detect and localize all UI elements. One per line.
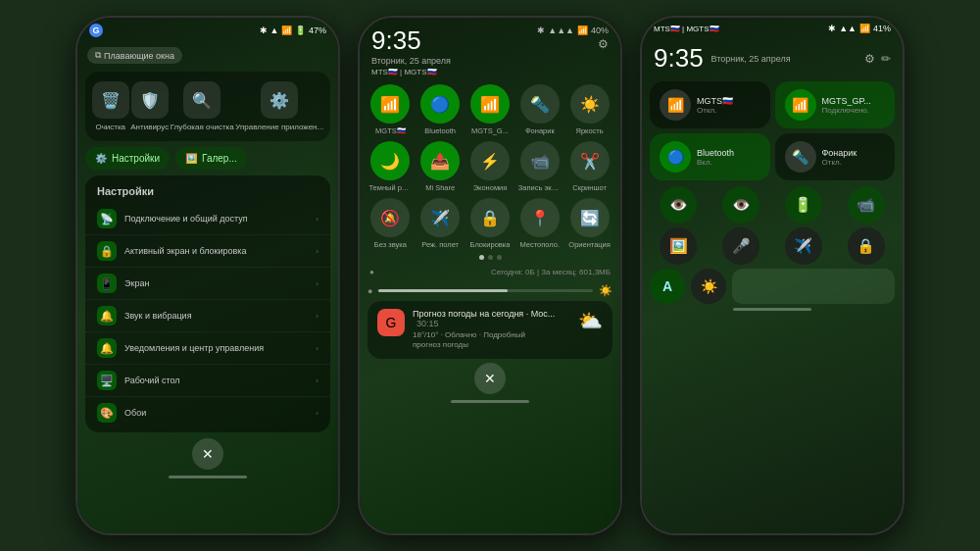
phone3-header-icons: ⚙ ✏ (864, 52, 891, 66)
home-indicator-p3 (733, 308, 811, 311)
mishare-circle: 📤 (420, 141, 460, 180)
quick-action-deep-clean[interactable]: 🔍 Глубокая очистка (171, 81, 234, 131)
round-btn-airplane[interactable]: ✈️ (775, 227, 833, 265)
settings-icon-p3[interactable]: ⚙ (864, 52, 875, 66)
tiles-grid: 📶 MGTS🇷🇺 Откл. 📶 MGTS_GP... Подключено. … (650, 81, 895, 180)
battery-icon: 🔋 47% (295, 25, 326, 35)
mgts-gp-tile-icon: 📶 (785, 89, 816, 121)
phone3-status-bar: MTS🇷🇺 | MGTS🇷🇺 ✱ ▲▲ 📶 41% (642, 18, 903, 35)
settings-item-desktop[interactable]: 🖥️ Рабочий стол › (85, 365, 330, 397)
arrow-icon: › (316, 215, 318, 224)
mute-circle: 🔕 (370, 198, 410, 237)
settings-app-card[interactable]: ⚙️ Настройки (85, 147, 170, 170)
brightness-fill (378, 289, 507, 292)
quick-action-apps[interactable]: ⚙️ Управление приложен... (235, 81, 323, 131)
toggles-row1: 📶 MGTS🇷🇺 🔵 Bluetooth 📶 MGTS_G... 🔦 Фонар… (368, 84, 612, 135)
round-btn-video[interactable]: 📹 (837, 186, 895, 224)
wifi-icon: 📶 (281, 25, 292, 35)
close-button[interactable]: ✕ (192, 438, 223, 470)
home-indicator (169, 476, 247, 478)
quick-action-antivirus[interactable]: 🛡️ Антивирус (130, 81, 169, 131)
screenrecord-label: Запись экра. (518, 183, 562, 192)
phone1-status-icons: ✱ ▲ 📶 🔋 47% (260, 25, 326, 35)
weather-emoji-icon: ⛅ (578, 309, 603, 332)
toggle-bluetooth[interactable]: 🔵 Bluetooth (417, 84, 464, 135)
toggle-wifi[interactable]: 📶 MGTS_G... (467, 84, 514, 135)
toggle-mgts[interactable]: 📶 MGTS🇷🇺 (368, 84, 414, 135)
flashlight-tile-content: Фонарик Откл. (822, 148, 886, 167)
toggle-mute[interactable]: 🔕 Без звука (368, 198, 414, 249)
lockmode-circle: 🔒 (470, 198, 510, 237)
toggle-economy[interactable]: ⚡ Экономия (467, 141, 514, 192)
settings-item-connections[interactable]: 📡 Подключение и общий доступ › (85, 203, 330, 235)
settings-panel-title: Настройки (85, 179, 330, 203)
notif-title-text: Прогноз погоды на сегодня · Мос... (413, 309, 555, 319)
letter-badge[interactable]: A (650, 269, 685, 304)
notifications-icon: 🔔 (97, 338, 117, 358)
settings-item-wallpaper[interactable]: 🎨 Обои › (85, 397, 330, 428)
bluetooth-tile-content: Bluetooth Вкл. (697, 148, 760, 167)
tile-flashlight[interactable]: 🔦 Фонарик Откл. (775, 133, 896, 180)
notification-weather[interactable]: G Прогноз погоды на сегодня · Мос... 30:… (368, 301, 612, 359)
bluetooth-status-icon: ✱ (260, 25, 268, 35)
screenshot-label: Скриншот (572, 183, 607, 192)
settings-item-sound[interactable]: 🔔 Звук и вибрация › (85, 300, 330, 332)
round-btn-battery[interactable]: 🔋 (775, 186, 833, 224)
round-btn-eye[interactable]: 👁️ (650, 186, 708, 224)
economy-label: Экономия (473, 183, 508, 192)
flashlight-tile-name: Фонарик (822, 148, 886, 158)
toggle-screenshot[interactable]: ✂️ Скриншот (566, 141, 612, 192)
mgts-tile-icon: 📶 (660, 89, 691, 121)
wallpaper-label: Обои (124, 408, 308, 418)
wifi-icon-p2: 📶 (577, 25, 588, 35)
toggle-darkmode[interactable]: 🌙 Темный реж. (368, 141, 414, 192)
settings-item-lockscreen[interactable]: 🔒 Активный экран и блокировка › (85, 235, 330, 268)
deep-clean-icon: 🔍 (183, 81, 220, 119)
rotation-circle: 🔄 (570, 198, 610, 237)
toggle-rotation[interactable]: 🔄 Ориентация (566, 198, 612, 249)
mic-btn-circle: 🎤 (722, 227, 760, 265)
toggle-screenrecord[interactable]: 📹 Запись экра. (516, 141, 563, 192)
settings-gear-p2[interactable]: ⚙ (598, 37, 609, 51)
antivirus-icon: 🛡️ (131, 81, 169, 119)
toggles-row3: 🔕 Без звука ✈️ Реж. полет 🔒 Блокировка 📍… (368, 198, 612, 249)
brightness-bar[interactable] (378, 289, 593, 292)
toggle-lockmode[interactable]: 🔒 Блокировка (467, 198, 514, 249)
brightness-circle[interactable]: ☀️ (691, 269, 726, 304)
round-btn-mic[interactable]: 🎤 (712, 227, 770, 265)
screenrecord-circle: 📹 (520, 141, 560, 180)
dot-2 (497, 255, 502, 260)
round-btn-gallery[interactable]: 🖼️ (650, 227, 708, 265)
lockscreen-label: Активный экран и блокировка (124, 246, 308, 256)
mgts-tile-status: Откл. (697, 106, 760, 115)
usage-data: Сегодня: 0Б | За месяц: 601,3МБ (491, 268, 611, 276)
toggle-flashlight[interactable]: 🔦 Фонарик (516, 84, 563, 135)
toggle-mishare[interactable]: 📤 Mi Share (417, 141, 464, 192)
mishare-label: Mi Share (425, 183, 455, 192)
toggle-brightness[interactable]: ☀️ Яркость (566, 84, 612, 135)
mgts-label: MGTS🇷🇺 (375, 126, 406, 135)
tile-bluetooth[interactable]: 🔵 Bluetooth Вкл. (650, 133, 770, 180)
edit-icon-p3[interactable]: ✏ (881, 52, 891, 66)
arrow-icon-6: › (316, 376, 318, 385)
round-btn-eye2[interactable]: 👁️ (712, 186, 770, 224)
tile-mgts-gp[interactable]: 📶 MGTS_GP... Подключено. (775, 81, 896, 128)
usage-row: ● Сегодня: 0Б | За месяц: 601,3МБ (360, 264, 620, 280)
eye-btn-circle: 👁️ (660, 186, 697, 224)
settings-item-notifications[interactable]: 🔔 Уведомления и центр управления › (85, 332, 330, 365)
settings-item-display[interactable]: 📱 Экран › (85, 268, 330, 300)
close-button-p2[interactable]: ✕ (474, 363, 506, 394)
bluetooth-tile-name: Bluetooth (697, 148, 760, 158)
brightness-low-icon: ● (368, 286, 372, 296)
phone2-clock: 9:35 (371, 25, 451, 56)
quick-action-clean[interactable]: 🗑️ Очистка (92, 81, 129, 131)
tile-mgts[interactable]: 📶 MGTS🇷🇺 Откл. (650, 81, 770, 128)
phone2-status-area: 9:35 Вторник, 25 апреля MTS🇷🇺 | MGTS🇷🇺 ✱… (360, 18, 620, 78)
round-btn-lock[interactable]: 🔒 (837, 227, 895, 265)
floating-windows-button[interactable]: ⧉ Плавающие окна (87, 47, 182, 64)
toggle-location[interactable]: 📍 Местополо. (516, 198, 563, 249)
gallery-app-card[interactable]: 🖼️ Галер... (175, 147, 247, 170)
settings-app-icon: ⚙️ (95, 153, 107, 164)
settings-app-label: Настройки (112, 153, 160, 164)
toggle-airplane[interactable]: ✈️ Реж. полет (417, 198, 464, 249)
